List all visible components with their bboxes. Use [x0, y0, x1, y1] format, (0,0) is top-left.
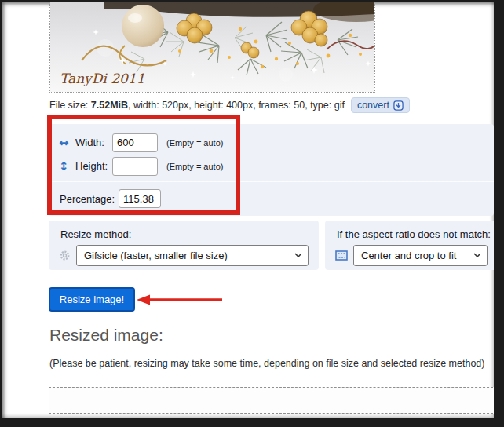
file-size-value: 7.52MiB — [91, 100, 128, 111]
width-hint: (Empty = auto) — [166, 138, 223, 148]
horizontal-arrows-icon: ↔ — [59, 136, 75, 150]
size-form-panel: ↔ Width: (Empty = auto) ↕ Height: (Empty… — [49, 124, 494, 216]
width-label: Width: — [75, 137, 112, 148]
resize-method-select[interactable]: Gifsicle (faster, smaller file size) — [76, 245, 309, 266]
download-icon — [393, 100, 404, 111]
convert-button[interactable]: convert — [351, 97, 410, 113]
percentage-input[interactable] — [119, 189, 161, 208]
height-row: ↕ Height: (Empty = auto) — [59, 156, 494, 176]
annotation-arrow — [136, 294, 224, 306]
crop-frame-icon — [335, 250, 348, 261]
height-hint: (Empty = auto) — [166, 162, 223, 171]
file-size-label: File size: — [49, 100, 88, 111]
resized-image-heading: Resized image: — [49, 326, 163, 345]
file-details: , width: 520px, height: 400px, frames: 5… — [128, 100, 345, 111]
resize-method-panel: Resize method: Gifsicle (faster, smaller… — [49, 221, 319, 270]
convert-label: convert — [357, 100, 389, 111]
percentage-row: Percentage: — [60, 189, 161, 208]
resize-image-button[interactable]: Resize image! — [49, 287, 135, 312]
chevron-down-icon — [473, 253, 481, 257]
source-image-preview: TanyDi 2011 — [49, 2, 375, 93]
resize-method-label: Resize method: — [49, 221, 319, 240]
gear-icon — [59, 250, 71, 261]
file-info-line: File size: 7.52MiB, width: 520px, height… — [49, 97, 494, 114]
photo-artwork: TanyDi 2011 — [50, 2, 374, 92]
vertical-arrows-icon: ↕ — [59, 159, 75, 173]
width-input[interactable] — [112, 133, 158, 152]
chevron-down-icon — [294, 253, 302, 257]
aspect-ratio-panel: If the aspect ratio does not match: Cent… — [325, 221, 494, 270]
screenshot-page: TanyDi 2011 File size: 7.52MiB, width: 5… — [2, 2, 494, 418]
photo-signature: TanyDi 2011 — [60, 71, 144, 86]
percentage-label: Percentage: — [60, 193, 115, 205]
resized-image-placeholder — [49, 387, 494, 414]
height-label: Height: — [75, 160, 112, 172]
aspect-ratio-value: Center and crop to fit — [361, 250, 456, 261]
patience-note: (Please be patient, resizing may take so… — [49, 358, 484, 369]
form-divider — [49, 181, 494, 182]
aspect-ratio-select[interactable]: Center and crop to fit — [353, 245, 488, 266]
resize-method-value: Gifsicle (faster, smaller file size) — [84, 250, 228, 261]
aspect-ratio-label: If the aspect ratio does not match: — [325, 221, 494, 240]
height-input[interactable] — [112, 157, 158, 176]
width-row: ↔ Width: (Empty = auto) — [59, 133, 494, 152]
